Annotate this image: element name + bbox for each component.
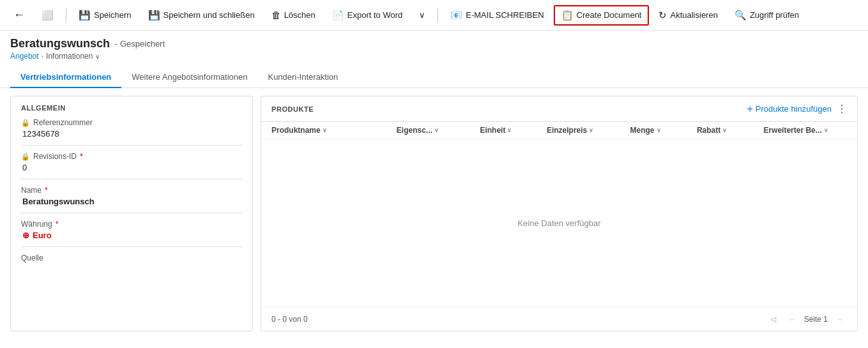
tab-kunden-interaktion[interactable]: Kunden-Interaktion — [257, 67, 348, 88]
field-referenznummer: 🔒 Referenznummer 12345678 — [21, 118, 242, 146]
dropdown-arrow: ∨ — [419, 10, 425, 20]
field-quelle: Quelle — [21, 253, 242, 271]
section-title-allgemein: ALLGEMEIN — [21, 104, 242, 112]
products-actions: + Produkte hinzufügen ⋮ — [747, 103, 847, 115]
refresh-icon: ↻ — [659, 10, 667, 21]
pagination-next-icon: → — [835, 314, 844, 324]
left-panel: ALLGEMEIN 🔒 Referenznummer 12345678 🔒 Re… — [10, 96, 253, 331]
pagination-next-button[interactable]: → — [833, 313, 847, 326]
field-label-name: Name * — [21, 186, 242, 195]
pagination-first-icon: ⊲ — [770, 314, 777, 324]
access-label: Zugriff prüfen — [750, 10, 799, 20]
field-label-quelle: Quelle — [21, 253, 242, 262]
tab-vertriebsinformationen[interactable]: Vertriebsinformationen — [10, 67, 121, 88]
currency-icon: ⊕ — [22, 231, 29, 240]
lock-icon-revisions-id: 🔒 — [21, 153, 30, 161]
more-options-icon: ⋮ — [837, 103, 847, 114]
field-name: Name * Beratungswunsch — [21, 186, 242, 213]
access-button[interactable]: 🔍 Zugriff prüfen — [727, 6, 806, 25]
create-document-icon: 📋 — [561, 10, 574, 21]
pagination-page-info: Seite 1 — [804, 315, 828, 324]
tab-bar: Vertriebsinformationen Weitere Angebotsi… — [0, 67, 868, 88]
products-title: PRODUKTE — [271, 105, 747, 113]
email-label: E-MAIL SCHREIBEN — [466, 10, 544, 20]
restore-button[interactable]: ⬜ — [34, 6, 61, 25]
field-value-name[interactable]: Beratungswunsch — [21, 197, 242, 206]
required-star-revisions-id: * — [80, 152, 83, 161]
field-wahrung: Währung * ⊕ Euro — [21, 220, 242, 247]
breadcrumb-item-2[interactable]: Informationen — [46, 52, 93, 61]
col-header-rabatt[interactable]: Rabatt ∨ — [697, 126, 763, 135]
lock-icon-referenznummer: 🔒 — [21, 119, 30, 127]
col-header-erweiterter-be[interactable]: Erweiterter Be... ∨ — [763, 126, 847, 135]
divider-1 — [66, 8, 66, 23]
pagination-prev-button[interactable]: ← — [785, 313, 799, 326]
field-value-wahrung[interactable]: ⊕ Euro — [21, 231, 242, 240]
breadcrumb-item-1[interactable]: Angebot — [10, 52, 39, 61]
col-header-menge[interactable]: Menge ∨ — [630, 126, 696, 135]
page-title-row: Beratungswunsch - Gespeichert — [10, 37, 858, 50]
col-sort-rabatt: ∨ — [722, 127, 727, 133]
no-data-message: Keine Daten verfügbar — [261, 139, 857, 307]
back-button[interactable]: ← — [6, 4, 32, 26]
field-value-revisions-id[interactable]: 0 — [21, 163, 242, 172]
save-icon: 💾 — [79, 10, 91, 21]
products-header: PRODUKTE + Produkte hinzufügen ⋮ — [261, 96, 857, 122]
page-title: Beratungswunsch — [10, 37, 110, 50]
pagination-controls: ⊲ ← Seite 1 → — [767, 313, 847, 326]
field-value-referenznummer: 12345678 — [21, 129, 242, 139]
pagination-range: 0 - 0 von 0 — [271, 315, 308, 324]
field-revisions-id: 🔒 Revisions-ID * 0 — [21, 152, 242, 179]
col-sort-einzelpreis: ∨ — [589, 127, 593, 133]
col-sort-eigensc: ∨ — [434, 127, 439, 133]
create-document-button[interactable]: 📋 Create Document — [554, 5, 650, 26]
save-close-icon: 💾 — [148, 10, 160, 21]
refresh-button[interactable]: ↻ Aktualisieren — [651, 6, 724, 25]
tab-weitere-angebotsinformationen[interactable]: Weitere Angebotsinformationen — [121, 67, 257, 88]
create-document-label: Create Document — [577, 10, 642, 20]
export-dropdown-button[interactable]: ∨ — [412, 6, 432, 24]
breadcrumb-chevron-icon[interactable]: ∨ — [95, 53, 100, 60]
breadcrumb-separator: · — [42, 52, 43, 61]
email-icon: 📧 — [450, 10, 462, 21]
col-sort-menge: ∨ — [657, 127, 661, 133]
right-panel: PRODUKTE + Produkte hinzufügen ⋮ Produkt… — [261, 96, 858, 331]
restore-icon: ⬜ — [42, 10, 54, 21]
col-sort-produktname: ∨ — [323, 127, 327, 133]
delete-label: Löschen — [284, 10, 316, 20]
col-header-einheit[interactable]: Einheit ∨ — [480, 126, 546, 135]
add-products-icon: + — [747, 103, 752, 115]
add-products-button[interactable]: + Produkte hinzufügen — [747, 103, 832, 115]
divider-2 — [438, 8, 438, 23]
export-word-button[interactable]: 📄 Export to Word — [325, 6, 409, 25]
delete-button[interactable]: 🗑 Löschen — [264, 6, 323, 24]
save-button[interactable]: 💾 Speichern — [72, 6, 139, 25]
breadcrumb: Angebot · Informationen ∨ — [10, 52, 858, 61]
required-star-wahrung: * — [56, 220, 59, 229]
pagination-first-button[interactable]: ⊲ — [767, 313, 780, 326]
main-content: ALLGEMEIN 🔒 Referenznummer 12345678 🔒 Re… — [0, 88, 868, 339]
export-word-icon: 📄 — [332, 10, 344, 21]
saved-status: - Gespeichert — [115, 39, 165, 49]
col-header-eigensc[interactable]: Eigensc... ∨ — [397, 126, 480, 135]
refresh-label: Aktualisieren — [670, 10, 717, 20]
save-close-button[interactable]: 💾 Speichern und schließen — [141, 6, 262, 25]
email-button[interactable]: 📧 E-MAIL SCHREIBEN — [443, 6, 551, 25]
field-label-referenznummer: 🔒 Referenznummer — [21, 118, 242, 127]
table-header: Produktname ∨ Eigensc... ∨ Einheit ∨ Ein… — [261, 122, 857, 139]
table-footer: 0 - 0 von 0 ⊲ ← Seite 1 → — [261, 307, 857, 331]
access-icon: 🔍 — [735, 10, 747, 21]
field-label-wahrung: Währung * — [21, 220, 242, 229]
save-label: Speichern — [94, 10, 132, 20]
col-sort-einheit: ∨ — [507, 127, 512, 133]
col-header-produktname[interactable]: Produktname ∨ — [271, 126, 397, 135]
toolbar: ← ⬜ 💾 Speichern 💾 Speichern und schließe… — [0, 0, 868, 31]
more-options-button[interactable]: ⋮ — [837, 103, 847, 115]
pagination-prev-icon: ← — [788, 314, 796, 324]
page-header: Beratungswunsch - Gespeichert Angebot · … — [0, 31, 868, 63]
field-label-revisions-id: 🔒 Revisions-ID * — [21, 152, 242, 161]
save-close-label: Speichern und schließen — [164, 10, 255, 20]
col-header-einzelpreis[interactable]: Einzelpreis ∨ — [547, 126, 630, 135]
back-icon: ← — [13, 8, 25, 22]
export-word-label: Export to Word — [347, 10, 402, 20]
